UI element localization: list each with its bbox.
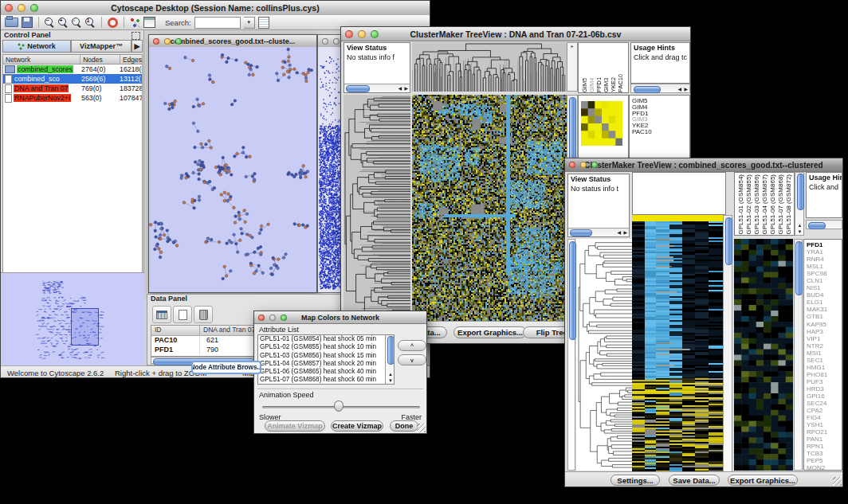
gene-label[interactable]: PEP5 — [807, 457, 842, 464]
hscroll-thumb[interactable] — [808, 222, 826, 229]
main-title-bar[interactable]: Cytoscape Desktop (Session Name: collins… — [1, 1, 430, 16]
scroll-up-icon[interactable]: ▲ — [388, 372, 393, 377]
vscroll-thumb[interactable] — [387, 336, 395, 365]
network-list-row[interactable]: combined_scores 2764(0) 16218(0) — [3, 64, 142, 74]
close-icon[interactable] — [345, 30, 353, 38]
array-column-label[interactable]: GPL51-01 (GSM854) — [737, 174, 745, 235]
gene-label[interactable]: GTB1 — [807, 313, 842, 320]
hscroll-thumb[interactable] — [570, 229, 592, 236]
tab-network[interactable]: Network — [2, 40, 71, 53]
matrix-column-label[interactable]: PFD1 — [595, 77, 603, 92]
attribute-list-item[interactable]: GPL51-02 (GSM855) heat shock 10 min — [258, 343, 394, 351]
done-button[interactable]: Done — [390, 420, 418, 432]
tv2-row-dendrogram[interactable] — [576, 239, 632, 471]
zoom-in-icon[interactable]: + — [58, 18, 69, 28]
resize-grip[interactable] — [833, 477, 842, 486]
network-list-row[interactable]: DNA and Tran 07 769(0) 183728(0) — [3, 84, 142, 93]
attribute-list-item[interactable]: GPL51-04 (GSM857) heat shock 20 min — [258, 360, 394, 368]
network-view-title-bar[interactable]: combined_scores_good.txt--cluste... — [149, 35, 316, 48]
hscroll-thumb[interactable] — [346, 85, 370, 92]
dialog-title-bar[interactable]: Map Colors to Network — [254, 311, 426, 324]
close-icon[interactable] — [569, 162, 575, 168]
search-input[interactable] — [194, 17, 241, 29]
attribute-select-button[interactable] — [152, 306, 171, 323]
gene-label[interactable]: CLN1 — [807, 277, 842, 284]
save-session-icon[interactable] — [22, 17, 33, 28]
minimize-icon[interactable] — [580, 162, 587, 168]
gene-label[interactable]: NIS1 — [807, 284, 842, 291]
gene-label[interactable]: PAN1 — [807, 436, 842, 443]
tv1-row-dendrogram[interactable] — [344, 95, 410, 321]
attribute-list-item[interactable]: GPL51-03 (GSM856) heat shock 15 min — [258, 352, 394, 360]
scroll-right-icon[interactable]: ▶ — [404, 86, 408, 91]
tab-vizmapper[interactable]: VizMapper™ — [71, 40, 132, 53]
zoom-icon[interactable] — [371, 30, 379, 38]
scroll-left-icon[interactable]: ◀ — [398, 86, 402, 91]
matrix-column-label[interactable]: GIM3 — [603, 78, 610, 92]
scroll-down-icon[interactable]: ▼ — [798, 229, 803, 234]
zoom-icon[interactable] — [30, 4, 38, 12]
network-graph-canvas[interactable] — [149, 47, 316, 292]
vscroll-thumb[interactable] — [797, 174, 804, 210]
close-icon[interactable] — [322, 38, 328, 45]
network-list-row[interactable]: RNAPuberNov2+I 563(0) 107847(0) — [3, 93, 142, 103]
gene-label[interactable]: TCB3 — [807, 450, 842, 457]
matrix-column-label[interactable]: GIM4 — [588, 78, 595, 92]
hscroll-thumb[interactable] — [634, 86, 661, 93]
gene-label[interactable]: PFD1 — [807, 241, 842, 248]
tv2-heatmap[interactable] — [632, 215, 723, 472]
create-vizmap-button[interactable]: Create Vizmap — [331, 420, 383, 432]
gene-label[interactable]: BUD4 — [807, 291, 842, 299]
node-attribute-browser-tab[interactable]: Node Attribute Brows... — [191, 361, 261, 374]
array-column-label[interactable]: GPL51-06 (GSM865) — [769, 174, 777, 235]
attribute-list-item[interactable]: GPL51-07 (GSM868) heat shock 60 min — [258, 376, 394, 384]
gene-label[interactable]: HAP3 — [807, 328, 842, 335]
close-icon[interactable] — [258, 315, 265, 321]
minimize-icon[interactable] — [269, 315, 276, 321]
array-column-label[interactable]: GPL51-02 (GSM855) — [745, 174, 753, 235]
tv1-similarity-matrix[interactable] — [581, 101, 622, 146]
move-up-button[interactable]: ^ — [398, 340, 426, 351]
tv2-zoom-vscrollbar[interactable] — [794, 239, 803, 471]
tv1-status-hscrollbar[interactable]: ◀ ▶ — [344, 84, 410, 92]
minimize-icon[interactable] — [333, 38, 340, 45]
scroll-left-icon[interactable]: ◀ — [617, 230, 621, 235]
scroll-left-icon[interactable]: ◀ — [677, 87, 681, 92]
tab-overflow-button[interactable]: ▶ — [132, 40, 143, 53]
tv2-labels-vscrollbar[interactable]: ▲ ▼ — [795, 172, 804, 236]
gene-label[interactable]: PHO81 — [807, 371, 842, 378]
gene-label[interactable]: SPC98 — [807, 270, 842, 277]
col-edges[interactable]: Edges — [120, 55, 142, 64]
tv2-zoom-heatmap[interactable] — [734, 239, 793, 471]
zoom-icon[interactable] — [175, 38, 182, 45]
attribute-list-item[interactable]: GPL51-01 (GSM854) heat shock 05 min — [258, 335, 394, 343]
zoom-out-icon[interactable]: − — [45, 18, 55, 28]
table-import-icon[interactable] — [258, 17, 269, 29]
export-graphics-button[interactable]: Export Graphics... — [453, 326, 527, 338]
scroll-up-icon[interactable]: ▲ — [798, 223, 803, 228]
scroll-down-icon[interactable]: ▼ — [388, 378, 393, 383]
new-attribute-button[interactable] — [173, 306, 192, 323]
gene-label[interactable]: RPN1 — [807, 443, 842, 450]
array-column-label[interactable]: GPL51-07 (GSM868) — [777, 174, 785, 235]
zoom-selected-icon[interactable]: ▫ — [72, 18, 82, 28]
tv2-column-tree-area[interactable] — [632, 172, 726, 215]
tv1-column-dendrogram[interactable] — [412, 42, 567, 92]
close-icon[interactable] — [5, 4, 13, 12]
array-column-label[interactable]: GPL51-04 (GSM857) — [761, 174, 769, 235]
search-dropdown-icon[interactable]: ▼ — [244, 17, 255, 29]
matrix-column-label[interactable]: PAC10 — [617, 74, 624, 92]
gene-label[interactable]: VIP1 — [807, 335, 842, 342]
scroll-right-icon[interactable]: ▶ — [623, 230, 627, 235]
gene-label[interactable]: ELG1 — [807, 299, 842, 306]
export-graphics-button[interactable]: Export Graphics... — [728, 475, 798, 486]
gene-label[interactable]: SEC24 — [807, 400, 842, 407]
tv2-heatmap-vscrollbar[interactable] — [723, 215, 732, 472]
annotation-tool-icon[interactable] — [143, 17, 155, 28]
slider-thumb[interactable] — [334, 400, 344, 412]
birdseye-view[interactable] — [1, 272, 144, 366]
array-column-label[interactable]: GPL51-03 (GSM856) — [753, 174, 761, 235]
matrix-column-label[interactable]: GIM5 — [581, 78, 588, 92]
col-id[interactable]: ID — [151, 326, 200, 335]
gene-label[interactable]: GPI16 — [807, 393, 842, 400]
